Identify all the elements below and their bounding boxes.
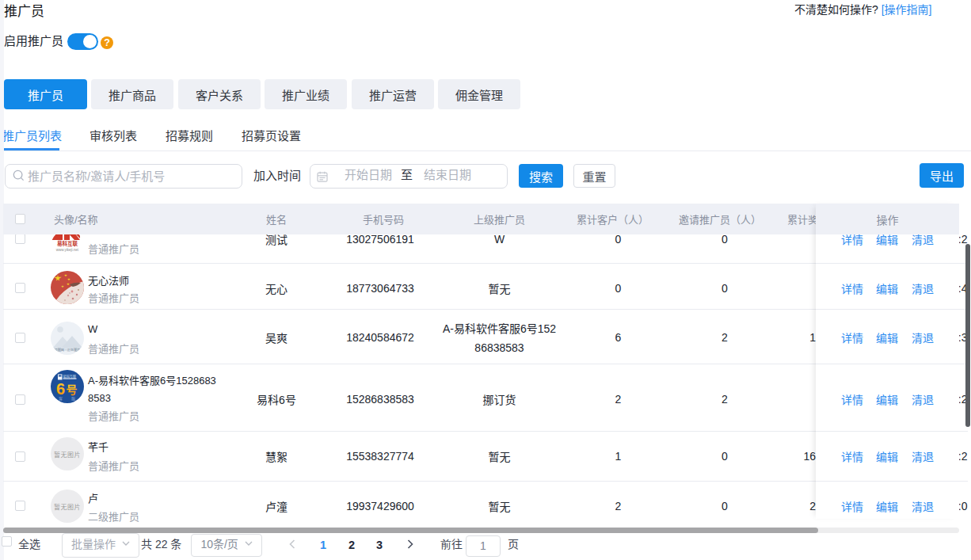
svg-text:www.yikeji.net: www.yikeji.net — [56, 248, 79, 252]
svg-text:易科互联: 易科互联 — [57, 240, 78, 247]
svg-text:客: 客 — [59, 396, 63, 402]
svg-text:号: 号 — [67, 383, 78, 396]
svg-text:6: 6 — [56, 380, 65, 398]
svg-text:服: 服 — [71, 396, 75, 402]
